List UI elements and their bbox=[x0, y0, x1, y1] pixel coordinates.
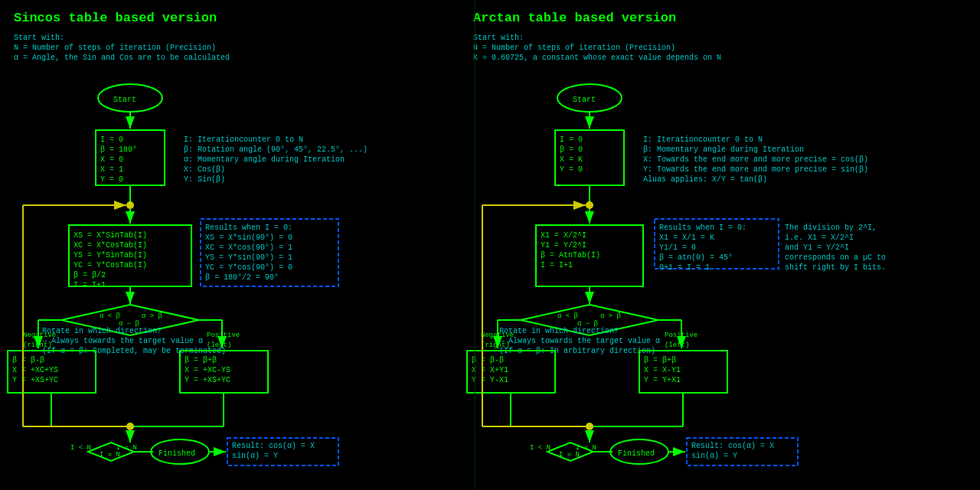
svg-text:α < β: α < β bbox=[100, 312, 120, 320]
svg-text:→ Always towards the target va: → Always towards the target value α bbox=[42, 337, 203, 345]
svg-text:Y = 0: Y = 0 bbox=[560, 165, 583, 174]
svg-text:Negative: Negative bbox=[481, 332, 514, 339]
svg-text:X = +XC-YS: X = +XC-YS bbox=[185, 366, 230, 374]
right-yellow-dot-2 bbox=[586, 423, 593, 430]
svg-text:I = N: I = N bbox=[100, 451, 120, 459]
right-desc-1: Start with: bbox=[473, 34, 524, 42]
svg-text:I < N: I < N bbox=[70, 444, 91, 452]
svg-text:YC = Y*CosTab(I): YC = Y*CosTab(I) bbox=[74, 261, 147, 270]
svg-text:i.e. X1 = X/2^I: i.e. X1 = X/2^I bbox=[785, 234, 854, 242]
svg-text:β = β-β: β = β-β bbox=[12, 356, 44, 364]
left-yellow-dot-1 bbox=[126, 201, 134, 209]
svg-text:I = I+1: I = I+1 bbox=[74, 281, 106, 289]
svg-text:Y1 = Y/2^I: Y1 = Y/2^I bbox=[541, 241, 586, 250]
svg-text:I = N: I = N bbox=[559, 451, 580, 459]
svg-text:X = X-Y1: X = X-Y1 bbox=[644, 366, 681, 374]
svg-text:Result: cos(α) = X: Result: cos(α) = X bbox=[691, 442, 774, 450]
svg-text:β = β/2: β = β/2 bbox=[74, 271, 106, 279]
svg-text:sin(α) = Y: sin(α) = Y bbox=[691, 452, 737, 460]
right-yellow-dot-1 bbox=[586, 201, 593, 209]
svg-text:I = 0: I = 0 bbox=[560, 136, 583, 144]
svg-text:I = N: I = N bbox=[576, 444, 596, 452]
svg-text:(left): (left) bbox=[207, 341, 231, 349]
svg-text:β: Momentary angle during Iter: β: Momentary angle during Iteration bbox=[643, 145, 804, 154]
svg-text:Y = 0: Y = 0 bbox=[100, 175, 123, 184]
svg-text:XC = X*cos(90°) = 1: XC = X*cos(90°) = 1 bbox=[205, 243, 292, 252]
svg-text:I: Iterationcounter 0 to N: I: Iterationcounter 0 to N bbox=[184, 136, 303, 144]
left-desc-2: N = Number of steps of iteration (Precis… bbox=[14, 44, 216, 52]
svg-text:Y = Y-X1: Y = Y-X1 bbox=[472, 376, 508, 384]
svg-text:Y = +XS+YC: Y = +XS+YC bbox=[12, 376, 58, 384]
svg-text:X: Towards the end more and mo: X: Towards the end more and more precise… bbox=[643, 155, 868, 164]
svg-text:Results when I = 0:: Results when I = 0: bbox=[659, 224, 746, 232]
svg-text:Positive: Positive bbox=[207, 332, 240, 339]
svg-text:XC = X*CosTab(I): XC = X*CosTab(I) bbox=[74, 241, 147, 250]
svg-text:YC = Y*cos(90°) = 0: YC = Y*cos(90°) = 0 bbox=[205, 263, 292, 272]
svg-text:α: Momentary angle during Iter: α: Momentary angle during Iteration bbox=[184, 155, 345, 164]
svg-text:β = β+β: β = β+β bbox=[185, 356, 217, 364]
svg-text:I = I+1: I = I+1 bbox=[541, 261, 573, 270]
left-start-label: Start bbox=[113, 96, 136, 104]
left-yellow-dot-2 bbox=[126, 423, 134, 430]
svg-text:β = AtnTab(I): β = AtnTab(I) bbox=[541, 251, 600, 260]
svg-text:β = atn(0) = 45°: β = atn(0) = 45° bbox=[659, 253, 733, 262]
right-finished-label: Finished bbox=[618, 449, 655, 458]
svg-text:β: Rotation angle (90°, 45°, 2: β: Rotation angle (90°, 45°, 22.5°, ...) bbox=[184, 145, 368, 154]
svg-text:XS = X*sin(90°) = 0: XS = X*sin(90°) = 0 bbox=[205, 234, 292, 242]
svg-text:β = β-β: β = β-β bbox=[472, 356, 504, 364]
svg-text:α < β: α < β bbox=[557, 312, 578, 320]
svg-text:X: Cos(β): X: Cos(β) bbox=[184, 165, 225, 174]
svg-text:(left): (left) bbox=[665, 341, 689, 349]
svg-text:The division by 2^I,: The division by 2^I, bbox=[785, 224, 877, 232]
svg-text:Y = +XS+YC: Y = +XS+YC bbox=[185, 376, 230, 384]
svg-text:X = 1: X = 1 bbox=[100, 165, 123, 174]
svg-text:Positive: Positive bbox=[665, 332, 697, 339]
svg-text:X1 = X/1 = K: X1 = X/1 = K bbox=[659, 234, 714, 242]
svg-text:Result: cos(α) = X: Result: cos(α) = X bbox=[232, 442, 315, 450]
svg-text:α > β: α > β bbox=[600, 312, 621, 320]
svg-text:β = β+β: β = β+β bbox=[644, 356, 676, 364]
svg-text:shift right by I bits.: shift right by I bits. bbox=[785, 263, 886, 272]
right-desc-3: K ≈ 0.60725, a constant whose exact valu… bbox=[473, 54, 721, 62]
svg-text:(right): (right) bbox=[23, 341, 52, 349]
svg-text:corresponds on a µC to: corresponds on a µC to bbox=[785, 253, 886, 262]
left-finished-label: Finished bbox=[158, 449, 195, 458]
left-desc-1: Start with: bbox=[14, 34, 64, 42]
svg-text:X1 = X/2^I: X1 = X/2^I bbox=[541, 231, 586, 240]
svg-text:YS = Y*sin(90°) = 1: YS = Y*sin(90°) = 1 bbox=[205, 253, 292, 262]
svg-text:Rotate in which direction?: Rotate in which direction? bbox=[42, 327, 162, 335]
right-start-label: Start bbox=[573, 96, 596, 104]
svg-text:β = 0: β = 0 bbox=[560, 145, 583, 154]
left-title: Sincos table based version bbox=[14, 11, 217, 25]
svg-text:I = 0: I = 0 bbox=[100, 136, 123, 144]
svg-text:YS = Y*SinTab(I): YS = Y*SinTab(I) bbox=[74, 251, 147, 260]
svg-text:Results when I = 0:: Results when I = 0: bbox=[205, 224, 292, 232]
svg-text:X = X+Y1: X = X+Y1 bbox=[472, 366, 508, 374]
svg-text:α > β: α > β bbox=[142, 312, 162, 320]
right-desc-2: N = Number of steps of iteration (Precis… bbox=[473, 44, 675, 52]
svg-text:Y = Y+X1: Y = Y+X1 bbox=[644, 376, 681, 384]
svg-text:→ Always towards the target va: → Always towards the target value α bbox=[499, 337, 660, 345]
svg-text:XS = X*SinTab(I): XS = X*SinTab(I) bbox=[74, 231, 147, 240]
svg-text:X = 0: X = 0 bbox=[100, 155, 123, 164]
svg-text:and Y1 = Y/2^I: and Y1 = Y/2^I bbox=[785, 243, 849, 252]
svg-text:I = N: I = N bbox=[116, 444, 137, 452]
left-desc-3: α = Angle, the Sin and Cos are to be cal… bbox=[14, 54, 230, 62]
svg-text:Aluas applies: X/Y = tan(β): Aluas applies: X/Y = tan(β) bbox=[643, 175, 767, 184]
svg-text:Y: Towards the end more and mo: Y: Towards the end more and more precise… bbox=[643, 165, 868, 174]
svg-text:sin(α) = Y: sin(α) = Y bbox=[232, 452, 278, 460]
svg-text:X = +XC+YS: X = +XC+YS bbox=[12, 366, 58, 374]
svg-text:Y: Sin(β): Y: Sin(β) bbox=[184, 175, 225, 184]
svg-text:β = 180°: β = 180° bbox=[100, 145, 137, 154]
svg-text:β = 180°/2 = 90°: β = 180°/2 = 90° bbox=[205, 273, 279, 282]
svg-text:0+1 = I = 1: 0+1 = I = 1 bbox=[659, 263, 710, 272]
svg-text:(right): (right) bbox=[481, 341, 510, 349]
svg-text:Rotate in which direction?: Rotate in which direction? bbox=[499, 327, 619, 335]
svg-text:Y1/1 = 0: Y1/1 = 0 bbox=[659, 243, 696, 252]
svg-text:Negative: Negative bbox=[23, 332, 56, 339]
right-title: Arctan table based version bbox=[473, 11, 676, 25]
svg-text:I: Iterationcounter 0 to N: I: Iterationcounter 0 to N bbox=[643, 136, 763, 144]
svg-text:X = K: X = K bbox=[560, 155, 583, 164]
svg-text:I < N: I < N bbox=[530, 444, 550, 452]
